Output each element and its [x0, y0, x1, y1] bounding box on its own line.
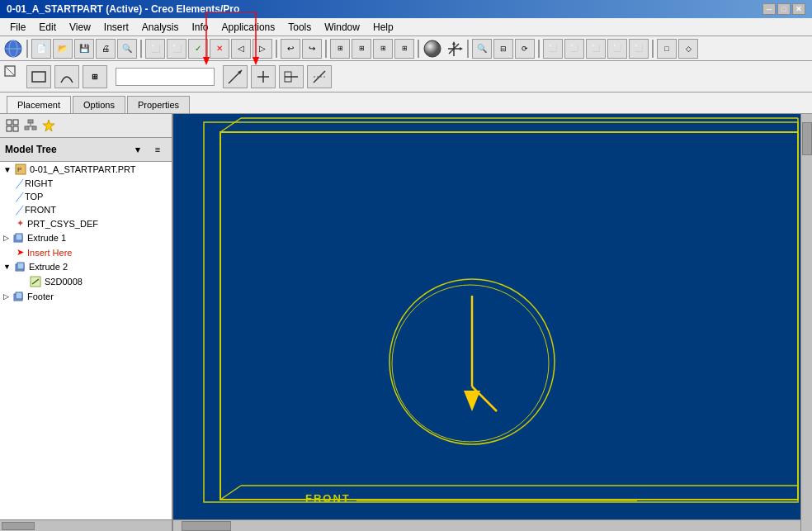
grid-btn2[interactable]: ⊞	[352, 39, 371, 59]
tree-item-extrude2[interactable]: ▼ Extrude 2	[0, 259, 172, 274]
view3-btn[interactable]: ⬜	[586, 39, 606, 59]
insert-here-icon: ➤	[17, 247, 24, 258]
zoom-in-button[interactable]: 🔍	[472, 39, 492, 59]
horizontal-scrollbar[interactable]	[173, 519, 800, 531]
front-plane-icon: ╱	[17, 206, 21, 215]
sidebar-tree-icon[interactable]	[21, 116, 40, 135]
tab-properties[interactable]: Properties	[127, 96, 190, 113]
menu-window[interactable]: Window	[318, 20, 366, 35]
view2-btn[interactable]: ⬜	[564, 39, 584, 59]
menu-file[interactable]: File	[3, 20, 32, 35]
tree-settings-icon[interactable]: ▾	[129, 140, 147, 159]
feature-name-input[interactable]	[116, 68, 215, 86]
sketch-arc-button[interactable]	[54, 65, 79, 88]
sidebar-scrollbar[interactable]	[0, 519, 172, 531]
redo-button[interactable]: ↪	[302, 39, 322, 59]
minimize-button[interactable]: ─	[762, 3, 776, 15]
tree-item-top[interactable]: ╱ TOP	[0, 190, 172, 203]
svg-marker-34	[43, 120, 54, 131]
tree-item-front-label: FRONT	[25, 205, 56, 215]
menu-applications[interactable]: Applications	[215, 20, 282, 35]
extrude1-expander-icon: ▷	[3, 234, 9, 242]
tree-item-s2d0008-label: S2D0008	[45, 277, 83, 287]
tree-item-root[interactable]: ▼ P 0-01_A_STARTPART.PRT	[0, 162, 172, 177]
x-button[interactable]: ✕	[210, 39, 229, 59]
menu-info[interactable]: Info	[186, 20, 215, 35]
sketch-corner-button[interactable]	[279, 65, 304, 88]
feature-toolbar: ⊞	[0, 61, 812, 92]
sketch-icon	[30, 276, 41, 287]
sketch-button[interactable]: ⬜	[145, 39, 165, 59]
tree-item-insert-here[interactable]: ➤ Insert Here	[0, 245, 172, 259]
print-button[interactable]: 🖨	[96, 39, 116, 59]
tree-item-extrude1-label: Extrude 1	[27, 233, 66, 243]
check-button[interactable]: ✓	[188, 39, 208, 59]
view1-btn[interactable]: ⬜	[543, 39, 563, 59]
footer-feature-icon	[12, 291, 24, 302]
view4-btn[interactable]: ⬜	[607, 39, 627, 59]
zoom-out-button[interactable]: ⊟	[493, 39, 513, 59]
menu-tools[interactable]: Tools	[281, 20, 318, 35]
right-plane-icon: ╱	[17, 179, 21, 188]
tree-item-extrude1[interactable]: ▷ Extrude 1	[0, 230, 172, 245]
placement-tabs: Placement Options Properties	[0, 92, 812, 114]
grid-btn4[interactable]: ⊞	[394, 39, 414, 59]
vertical-scrollbar[interactable]	[800, 114, 812, 531]
sketch-grid-button[interactable]: ⊞	[83, 65, 107, 88]
menu-bar: File Edit View Insert Analysis Info Appl…	[0, 18, 812, 36]
v-scroll-thumb[interactable]	[802, 122, 812, 155]
toolbar-separator-4	[325, 40, 327, 58]
sketch-slash-button[interactable]	[307, 65, 332, 88]
grid-btn1[interactable]: ⊞	[330, 39, 350, 59]
arrow-right-button[interactable]: ▷	[253, 39, 272, 59]
save-button[interactable]: 💾	[74, 39, 94, 59]
arrow-left-button[interactable]: ◁	[231, 39, 251, 59]
tab-placement[interactable]: Placement	[7, 96, 71, 113]
svg-rect-29	[28, 120, 33, 123]
tree-filter-icon[interactable]: ≡	[149, 140, 167, 159]
search-button[interactable]: 🔍	[117, 39, 137, 59]
close-button[interactable]: ✕	[792, 3, 805, 15]
open-button[interactable]: 📂	[53, 39, 73, 59]
corner-icon	[3, 64, 17, 80]
sketch-line-button[interactable]	[223, 65, 248, 88]
viewport[interactable]: FRONT	[173, 114, 812, 531]
tree-item-prt-csys[interactable]: ✦ PRT_CSYS_DEF	[0, 216, 172, 230]
sketch-rect-button[interactable]	[26, 65, 51, 88]
tree-item-footer[interactable]: ▷ Footer	[0, 289, 172, 304]
undo-button[interactable]: ↩	[281, 39, 300, 59]
menu-insert[interactable]: Insert	[97, 20, 135, 35]
tree-item-right[interactable]: ╱ RIGHT	[0, 177, 172, 190]
maximize-button[interactable]: □	[777, 3, 791, 15]
feature-button[interactable]: ⬜	[167, 39, 186, 59]
svg-rect-27	[7, 126, 12, 131]
svg-text:P: P	[17, 166, 21, 173]
tree-item-prt-csys-label: PRT_CSYS_DEF	[27, 219, 98, 229]
menu-edit[interactable]: Edit	[32, 20, 63, 35]
sidebar-scroll-thumb[interactable]	[2, 522, 35, 530]
menu-analysis[interactable]: Analysis	[135, 20, 186, 35]
toolbar-separator-2	[140, 40, 142, 58]
sketch-diagonal-button[interactable]	[251, 65, 276, 88]
new-button[interactable]: 📄	[31, 39, 51, 59]
view5-btn[interactable]: ⬜	[629, 39, 649, 59]
tab-options[interactable]: Options	[73, 96, 125, 113]
rotate-button[interactable]: ⟳	[515, 39, 535, 59]
sidebar-star-icon[interactable]	[40, 116, 58, 135]
svg-rect-40	[17, 263, 24, 269]
display1-btn[interactable]: □	[657, 39, 677, 59]
model-tree-header: Model Tree ▾ ≡	[0, 138, 172, 162]
menu-help[interactable]: Help	[366, 20, 400, 35]
sidebar-toolbar	[0, 114, 172, 138]
grid-btn3[interactable]: ⊞	[373, 39, 393, 59]
tree-item-s2d0008[interactable]: S2D0008	[0, 274, 172, 289]
svg-rect-32	[25, 126, 29, 130]
tree-item-front[interactable]: ╱ FRONT	[0, 203, 172, 216]
h-scroll-thumb[interactable]	[182, 521, 231, 531]
svg-rect-45	[220, 132, 798, 500]
tree-item-right-label: RIGHT	[25, 178, 53, 188]
sidebar-grid-icon[interactable]	[3, 116, 21, 135]
sphere-icon	[423, 39, 442, 59]
menu-view[interactable]: View	[63, 20, 97, 35]
display2-btn[interactable]: ◇	[678, 39, 698, 59]
